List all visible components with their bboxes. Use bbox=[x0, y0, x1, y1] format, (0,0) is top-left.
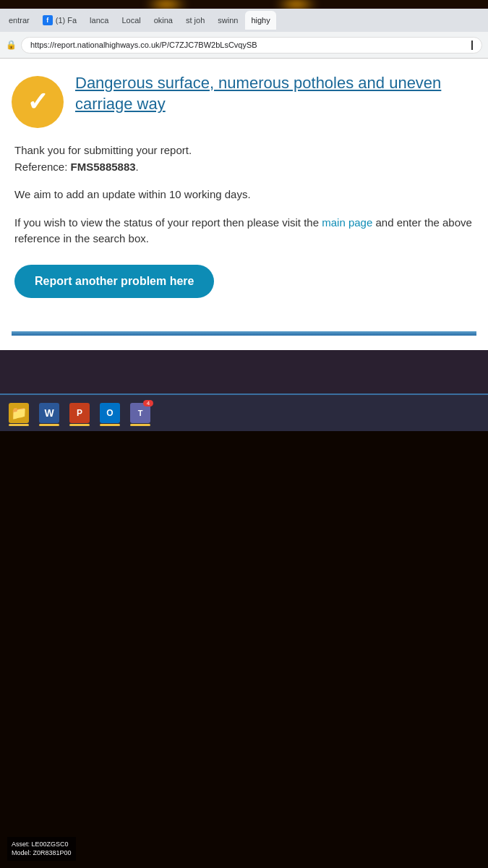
address-bar[interactable]: https://report.nationalhighways.co.uk/P/… bbox=[21, 37, 482, 54]
thank-you-text: Thank you for submitting your report. bbox=[14, 144, 192, 156]
teams-badge: 4 bbox=[143, 400, 153, 407]
device-info-line1: Asset: LE00ZGSC0 bbox=[12, 840, 72, 849]
outlook-icon: O bbox=[100, 403, 120, 423]
ambient-lights bbox=[0, 0, 488, 9]
report-header: ✓ Dangerous surface, numerous potholes a… bbox=[12, 73, 476, 128]
device-info-line2: Model: Z0R8381P00 bbox=[12, 848, 72, 858]
report-body: Thank you for submitting your report. Re… bbox=[12, 142, 476, 310]
tab-swinn[interactable]: swinn bbox=[212, 11, 244, 30]
thank-you-paragraph: Thank you for submitting your report. Re… bbox=[14, 142, 474, 175]
below-browser-dark bbox=[0, 350, 488, 393]
tab-local[interactable]: Local bbox=[116, 11, 146, 30]
tab-highy[interactable]: highy bbox=[245, 11, 275, 30]
tab-stjoh[interactable]: st joh bbox=[180, 11, 210, 30]
tab-facebook[interactable]: f (1) Fa bbox=[37, 11, 82, 30]
facebook-icon: f bbox=[43, 15, 53, 25]
tab-entrar[interactable]: entrar bbox=[3, 11, 35, 30]
tab-okina[interactable]: okina bbox=[148, 11, 179, 30]
taskbar-underline-word bbox=[39, 424, 59, 426]
address-text: https://report.nationalhighways.co.uk/P/… bbox=[30, 41, 470, 49]
taskbar-icon-word[interactable]: W bbox=[36, 400, 62, 426]
taskbar-underline-teams bbox=[130, 424, 150, 426]
taskbar-underline-file-explorer bbox=[9, 424, 29, 426]
report-title: Dangerous surface, numerous potholes and… bbox=[75, 73, 476, 114]
file-explorer-icon: 📁 bbox=[9, 403, 29, 423]
tab-lanca[interactable]: lanca bbox=[84, 11, 114, 30]
tab-entrar-label: entrar bbox=[9, 16, 30, 25]
cursor-bar bbox=[471, 41, 473, 50]
browser-chrome: entrar f (1) Fa lanca Local okina st joh… bbox=[0, 9, 488, 59]
report-another-problem-button[interactable]: Report another problem here bbox=[14, 265, 214, 298]
success-check-circle: ✓ bbox=[12, 76, 64, 128]
address-bar-row: 🔒 https://report.nationalhighways.co.uk/… bbox=[0, 32, 488, 58]
taskbar-icon-file-explorer[interactable]: 📁 bbox=[6, 400, 32, 426]
update-paragraph: We aim to add an update within 10 workin… bbox=[14, 187, 474, 203]
taskbar-icon-powerpoint[interactable]: P bbox=[67, 400, 93, 426]
device-info-label: Asset: LE00ZGSC0 Model: Z0R8381P00 bbox=[7, 837, 76, 861]
light-blob-left bbox=[145, 0, 188, 9]
tab-lanca-label: lanca bbox=[90, 16, 108, 25]
powerpoint-icon: P bbox=[69, 403, 90, 423]
taskbar-icon-outlook[interactable]: O bbox=[97, 400, 123, 426]
tab-swinn-label: swinn bbox=[218, 16, 238, 25]
tab-local-label: Local bbox=[121, 16, 140, 25]
tab-okina-label: okina bbox=[154, 16, 173, 25]
status-text-before: If you wish to view the status of your r… bbox=[14, 216, 322, 229]
page-content: ✓ Dangerous surface, numerous potholes a… bbox=[0, 59, 488, 350]
check-mark-icon: ✓ bbox=[27, 89, 48, 115]
taskbar: 📁 W P O T 4 bbox=[0, 393, 488, 431]
status-paragraph: If you wish to view the status of your r… bbox=[14, 215, 474, 247]
page-divider bbox=[12, 331, 476, 336]
tab-highy-label: highy bbox=[251, 16, 270, 25]
tab-stjoh-label: st joh bbox=[186, 16, 205, 25]
reference-label: Reference: bbox=[14, 161, 67, 173]
main-page-link[interactable]: main page bbox=[322, 216, 372, 229]
taskbar-icon-teams[interactable]: T 4 bbox=[127, 400, 153, 426]
tab-bar: entrar f (1) Fa lanca Local okina st joh… bbox=[0, 9, 488, 32]
dark-bottom-area: Asset: LE00ZGSC0 Model: Z0R8381P00 bbox=[0, 431, 488, 869]
light-blob-right bbox=[275, 0, 318, 9]
taskbar-underline-outlook bbox=[100, 424, 120, 426]
reference-number: FMS5885883 bbox=[71, 161, 136, 173]
tab-facebook-label: (1) Fa bbox=[56, 16, 77, 25]
lock-icon: 🔒 bbox=[6, 40, 17, 50]
word-icon: W bbox=[39, 403, 59, 423]
taskbar-underline-powerpoint bbox=[69, 424, 90, 426]
